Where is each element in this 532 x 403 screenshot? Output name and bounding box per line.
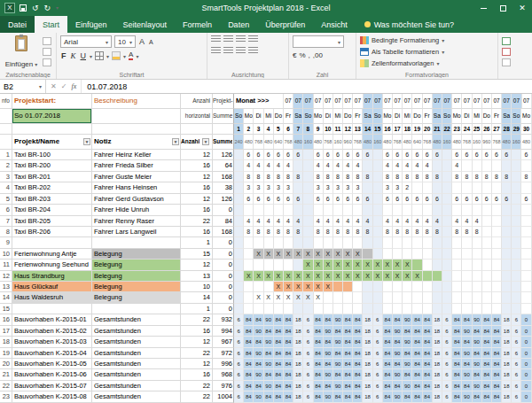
currency-format-icon[interactable]: € (293, 51, 296, 60)
daynum-cell[interactable]: 27 (492, 124, 502, 135)
project-name-cell[interactable]: Haus Waldesruh (12, 292, 92, 303)
daynum-cell[interactable]: 22 (442, 124, 452, 135)
month-cell[interactable]: 07 (473, 94, 482, 109)
summe-cell[interactable]: 168 (213, 227, 234, 237)
day-cell[interactable] (521, 260, 531, 270)
day-cell[interactable] (473, 260, 482, 270)
day-cell[interactable] (482, 227, 492, 237)
row-number-cell[interactable]: 23 (0, 391, 12, 402)
day-cell[interactable]: 90 (473, 381, 482, 391)
day-cell[interactable] (512, 172, 521, 182)
day-cell[interactable]: 84 (254, 359, 263, 369)
project-name-cell[interactable] (12, 237, 92, 248)
day-cell[interactable]: X (373, 260, 383, 270)
day-cell[interactable] (452, 260, 462, 270)
row-number-cell[interactable]: 7 (0, 216, 12, 227)
dayname-cell[interactable]: Do (274, 109, 284, 124)
capacity-cell[interactable]: 480 (383, 135, 393, 150)
day-cell[interactable] (373, 160, 383, 171)
summe-cell[interactable]: 0 (213, 260, 234, 270)
day-cell[interactable]: 18 (433, 381, 442, 391)
day-cell[interactable]: 4 (383, 216, 393, 227)
filter-icon[interactable]: ▼ (83, 138, 90, 145)
day-cell[interactable]: 90 (254, 326, 263, 337)
empty-cell[interactable] (213, 124, 234, 135)
summe-cell[interactable]: 972 (213, 348, 234, 359)
day-cell[interactable]: 8 (324, 172, 333, 182)
capacity-cell[interactable]: 480 (403, 135, 412, 150)
day-cell[interactable] (303, 205, 313, 215)
day-cell[interactable] (492, 160, 502, 171)
day-cell[interactable]: 84 (452, 391, 462, 402)
day-cell[interactable]: 6 (473, 150, 482, 160)
day-cell[interactable]: X (324, 260, 333, 270)
day-cell[interactable] (521, 271, 531, 282)
capacity-cell[interactable]: 160 (473, 135, 482, 150)
day-cell[interactable] (333, 237, 343, 248)
decrease-font-icon[interactable]: A (148, 37, 154, 47)
daynum-cell[interactable]: 19 (412, 124, 422, 135)
anzahl-cell[interactable]: 16 (181, 326, 213, 337)
day-cell[interactable]: 84 (412, 391, 422, 402)
project-name-cell[interactable]: Bauvorhaben K-2015-05 (12, 359, 92, 369)
day-cell[interactable] (373, 182, 383, 193)
day-cell[interactable]: X (293, 282, 303, 292)
day-cell[interactable]: 8 (343, 227, 353, 237)
day-cell[interactable] (324, 237, 333, 248)
day-cell[interactable]: 4 (353, 216, 363, 227)
capacity-cell[interactable]: 480 (433, 135, 442, 150)
day-cell[interactable] (373, 216, 383, 227)
day-cell[interactable]: X (412, 271, 422, 282)
align-bottom-icon[interactable] (236, 35, 246, 43)
day-cell[interactable]: 6 (373, 314, 383, 325)
filter-icon[interactable]: ▼ (202, 138, 209, 145)
day-cell[interactable]: 4 (333, 216, 343, 227)
day-cell[interactable]: 0 (521, 381, 531, 391)
anzahl-cell[interactable]: 22 (181, 314, 213, 325)
day-cell[interactable]: 90 (333, 359, 343, 369)
day-cell[interactable]: 6 (393, 150, 403, 160)
day-cell[interactable] (254, 260, 263, 270)
orientation-icon[interactable] (248, 35, 258, 43)
day-cell[interactable]: 84 (473, 369, 482, 380)
month-cell[interactable]: 07 (423, 94, 433, 109)
day-cell[interactable] (244, 282, 254, 292)
day-cell[interactable] (452, 282, 462, 292)
day-cell[interactable]: 84 (284, 326, 293, 337)
day-cell[interactable] (234, 249, 244, 260)
chevron-down-icon[interactable]: ▾ (123, 53, 126, 59)
day-cell[interactable] (433, 271, 442, 282)
day-cell[interactable] (423, 205, 433, 215)
day-cell[interactable]: 18 (363, 337, 372, 347)
day-cell[interactable]: 84 (244, 314, 254, 325)
day-cell[interactable] (452, 237, 462, 248)
day-cell[interactable]: X (324, 249, 333, 260)
day-cell[interactable]: 4 (293, 216, 303, 227)
day-cell[interactable]: 84 (383, 314, 393, 325)
day-cell[interactable]: 8 (393, 172, 403, 182)
cancel-icon[interactable]: ✕ (51, 82, 57, 90)
day-cell[interactable]: 4 (473, 216, 482, 227)
day-cell[interactable]: 84 (244, 359, 254, 369)
day-cell[interactable]: 84 (412, 337, 422, 347)
anzahl-cell[interactable]: 16 (181, 369, 213, 380)
day-cell[interactable]: 8 (254, 172, 263, 182)
day-cell[interactable] (234, 292, 244, 303)
day-cell[interactable]: 3 (314, 182, 324, 193)
dayname-cell[interactable]: Di (254, 109, 263, 124)
anzahl-cell[interactable]: 22 (181, 216, 213, 227)
day-cell[interactable] (383, 249, 393, 260)
day-cell[interactable]: 8 (363, 227, 372, 237)
day-cell[interactable]: 4 (244, 216, 254, 227)
chevron-down-icon[interactable]: ▾ (106, 53, 109, 59)
day-cell[interactable]: 84 (482, 381, 492, 391)
day-cell[interactable] (423, 304, 433, 314)
day-cell[interactable]: 90 (333, 314, 343, 325)
day-cell[interactable]: 6 (373, 337, 383, 347)
day-cell[interactable]: 84 (264, 326, 274, 337)
font-size-select[interactable]: 10▾ (114, 35, 136, 48)
day-cell[interactable]: 8 (403, 227, 412, 237)
day-cell[interactable]: 84 (314, 369, 324, 380)
capacity-cell[interactable]: 768 (393, 135, 403, 150)
day-cell[interactable] (234, 182, 244, 193)
